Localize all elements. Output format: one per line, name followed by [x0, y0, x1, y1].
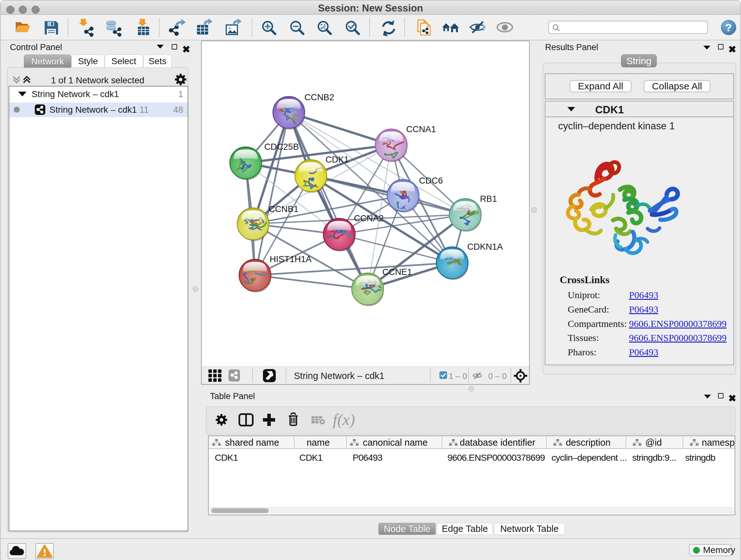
svg-text:CDKN1A: CDKN1A — [467, 242, 503, 252]
svg-text:HIST1H1A: HIST1H1A — [270, 254, 312, 264]
svg-text:CDK1: CDK1 — [326, 154, 349, 165]
svg-text:CDC25B: CDC25B — [264, 142, 299, 152]
svg-text:RB1: RB1 — [480, 194, 497, 204]
svg-text:CCNB1: CCNB1 — [269, 204, 298, 214]
svg-text:CCNA2: CCNA2 — [354, 213, 384, 223]
svg-text:CDC6: CDC6 — [419, 176, 443, 186]
svg-text:CCNB2: CCNB2 — [305, 92, 334, 102]
svg-text:CCNE1: CCNE1 — [382, 267, 412, 277]
svg-text:CCNA1: CCNA1 — [406, 124, 436, 134]
